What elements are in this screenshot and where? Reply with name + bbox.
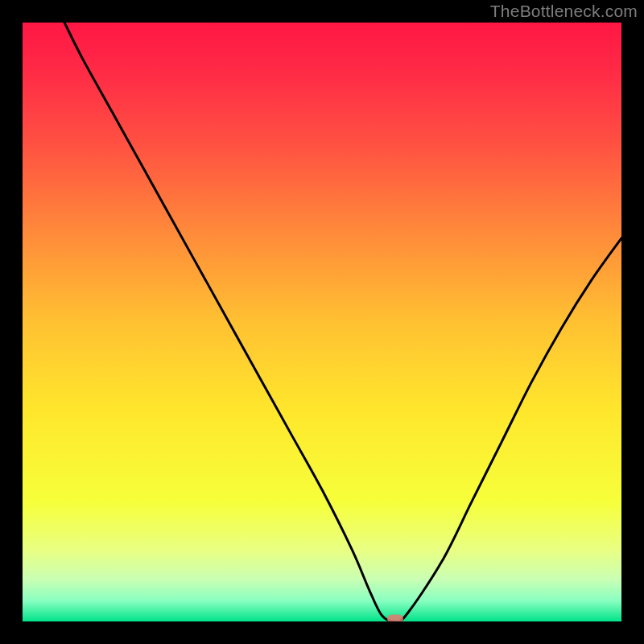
optimal-point-marker (387, 615, 403, 621)
watermark-text: TheBottleneck.com (490, 2, 638, 21)
bottleneck-curve (64, 23, 621, 621)
plot-area (23, 23, 621, 621)
chart-frame: TheBottleneck.com (0, 0, 644, 644)
curve-layer (23, 23, 621, 621)
